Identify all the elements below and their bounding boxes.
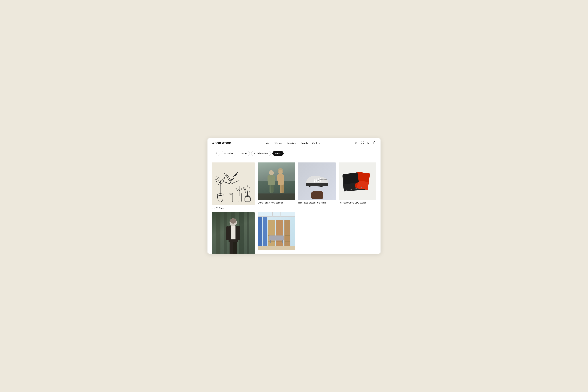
card-snow-peak[interactable]: Snow Peak x New Balance [258, 162, 295, 209]
logo[interactable]: WOOD WOOD [212, 142, 231, 145]
svg-point-20 [269, 170, 274, 176]
svg-point-27 [278, 168, 283, 174]
svg-point-0 [356, 142, 357, 143]
svg-rect-31 [282, 185, 284, 193]
card-title-life-store: Life ™ Store [212, 207, 255, 209]
card-image-store [258, 212, 295, 250]
svg-rect-61 [238, 226, 240, 240]
svg-point-90 [271, 216, 273, 216]
svg-rect-84 [285, 235, 290, 236]
filter-news[interactable]: News [272, 151, 284, 156]
svg-rect-60 [226, 226, 229, 240]
cart-icon[interactable] [373, 141, 376, 145]
browser-window: WOOD WOOD Men Women Sneakers Brands Expl… [208, 138, 380, 254]
nav-women[interactable]: Women [274, 142, 282, 144]
svg-rect-78 [269, 235, 284, 240]
card-title-nike: Nike, past, present and future [298, 202, 336, 204]
header: WOOD WOOD Men Women Sneakers Brands Expl… [208, 138, 380, 148]
main-content: Life ™ Store [208, 159, 380, 254]
svg-rect-62 [230, 242, 233, 254]
svg-rect-68 [268, 220, 275, 248]
svg-line-38 [320, 178, 320, 182]
svg-rect-64 [258, 212, 295, 217]
svg-rect-75 [276, 230, 283, 230]
filter-bar: All Editorials Muzak Collaborations News [208, 148, 380, 159]
svg-rect-19 [258, 162, 295, 181]
svg-rect-72 [268, 241, 274, 242]
filter-muzak[interactable]: Muzak [238, 151, 250, 156]
svg-rect-30 [280, 185, 282, 193]
header-icons [354, 141, 376, 145]
card-image-sneaker [298, 162, 336, 200]
card-store[interactable] [258, 212, 295, 254]
svg-rect-25 [271, 185, 274, 193]
card-image-fashion [258, 162, 295, 200]
card-title-snow-peak: Snow Peak x New Balance [258, 202, 295, 204]
nav-brands[interactable]: Brands [301, 142, 308, 144]
svg-rect-22 [268, 176, 270, 182]
svg-rect-23 [272, 176, 274, 182]
svg-rect-86 [290, 217, 295, 250]
svg-rect-3 [373, 142, 376, 144]
svg-line-42 [316, 179, 318, 179]
nav-sneakers[interactable]: Sneakers [287, 142, 296, 144]
card-title-cdg-wallet: Rei Kawakubo's CDG Wallet [339, 202, 376, 204]
svg-rect-59 [231, 226, 236, 239]
svg-point-1 [367, 142, 369, 144]
svg-rect-87 [258, 246, 295, 250]
svg-rect-67 [262, 217, 267, 250]
svg-rect-34 [306, 183, 328, 186]
svg-rect-83 [285, 230, 290, 230]
filter-editorials[interactable]: Editorials [222, 151, 236, 156]
svg-rect-69 [268, 224, 274, 224]
svg-rect-29 [277, 174, 279, 181]
main-nav: Men Women Sneakers Brands Explore [266, 142, 320, 144]
svg-rect-80 [282, 240, 283, 243]
svg-rect-81 [284, 220, 290, 248]
svg-rect-79 [270, 240, 271, 243]
svg-rect-63 [233, 242, 237, 254]
svg-rect-88 [272, 212, 272, 216]
account-icon[interactable] [354, 141, 358, 145]
svg-rect-74 [276, 224, 283, 224]
card-cdg-wallet[interactable]: Rei Kawakubo's CDG Wallet [339, 162, 376, 209]
card-image-wallet [339, 162, 376, 200]
nav-men[interactable]: Men [266, 142, 270, 144]
svg-line-2 [369, 143, 370, 144]
svg-rect-73 [276, 220, 283, 248]
card-runway[interactable] [212, 212, 255, 254]
svg-rect-85 [285, 241, 290, 242]
svg-rect-33 [311, 191, 324, 199]
svg-rect-65 [258, 216, 295, 217]
filter-collaborations[interactable]: Collaborations [251, 151, 271, 156]
svg-rect-82 [285, 224, 290, 224]
svg-rect-89 [280, 212, 281, 216]
svg-point-91 [280, 216, 282, 216]
svg-line-44 [317, 182, 319, 182]
svg-rect-32 [258, 194, 295, 200]
card-image-plants [212, 162, 255, 205]
svg-rect-49 [343, 172, 359, 184]
svg-rect-66 [258, 217, 262, 250]
svg-rect-70 [268, 230, 274, 230]
card-life-store[interactable]: Life ™ Store [212, 162, 255, 209]
search-icon[interactable] [367, 141, 370, 145]
filter-all[interactable]: All [212, 151, 220, 156]
card-nike[interactable]: Nike, past, present and future [298, 162, 336, 209]
wishlist-icon[interactable] [360, 141, 364, 145]
nav-explore[interactable]: Explore [312, 142, 320, 144]
content-grid: Life ™ Store [212, 162, 376, 249]
svg-rect-6 [229, 194, 233, 202]
svg-point-57 [230, 218, 236, 224]
card-image-runway [212, 212, 255, 254]
